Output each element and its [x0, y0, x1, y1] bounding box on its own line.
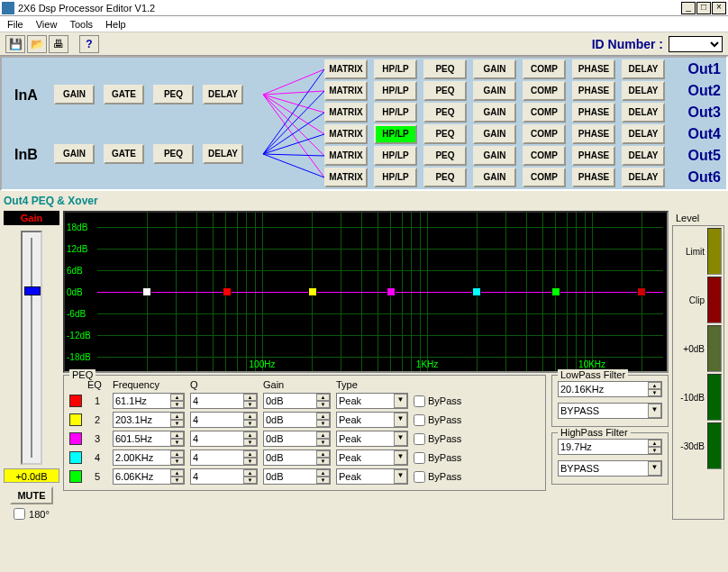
graph-node-lpf[interactable]	[637, 287, 646, 296]
spin-up-icon[interactable]: ▲	[243, 413, 257, 420]
hpf-freq-input[interactable]: ▲▼	[558, 439, 662, 455]
eq3-freq-input[interactable]: ▲▼	[113, 431, 185, 447]
spin-up-icon[interactable]: ▲	[316, 450, 330, 458]
out3-peq-button[interactable]: PEQ	[423, 103, 467, 123]
out6-delay-button[interactable]: DELAY	[622, 168, 665, 187]
out4-matrix-button[interactable]: MATRIX	[324, 124, 368, 144]
eq1-bypass-checkbox[interactable]: ByPass	[414, 395, 468, 407]
spin-up-icon[interactable]: ▲	[170, 413, 184, 420]
inB-gain-button[interactable]: GAIN	[54, 144, 95, 164]
eq5-gain-input[interactable]: ▲▼	[263, 468, 331, 485]
eq2-q-input[interactable]: ▲▼	[190, 412, 258, 428]
eq4-freq-input[interactable]: ▲▼	[113, 449, 185, 466]
out5-phase-button[interactable]: PHASE	[572, 146, 615, 166]
out2-comp-button[interactable]: COMP	[523, 81, 566, 101]
out6-matrix-button[interactable]: MATRIX	[324, 168, 368, 187]
eq2-bypass-checkbox[interactable]: ByPass	[414, 414, 468, 426]
spin-up-icon[interactable]: ▲	[316, 413, 330, 420]
out5-matrix-button[interactable]: MATRIX	[324, 146, 368, 166]
spin-up-icon[interactable]: ▲	[648, 440, 661, 447]
out4-phase-button[interactable]: PHASE	[572, 124, 615, 144]
out3-hplp-button[interactable]: HP/LP	[374, 103, 417, 123]
out5-comp-button[interactable]: COMP	[523, 146, 566, 166]
eq2-gain-input[interactable]: ▲▼	[263, 412, 331, 428]
eq5-q-input[interactable]: ▲▼	[190, 468, 258, 485]
eq3-bypass-checkbox[interactable]: ByPass	[414, 433, 468, 445]
spin-down-icon[interactable]: ▼	[316, 401, 330, 408]
chevron-down-icon[interactable]: ▼	[394, 394, 407, 408]
spin-up-icon[interactable]: ▲	[316, 394, 330, 401]
out2-hplp-button[interactable]: HP/LP	[374, 81, 417, 101]
spin-up-icon[interactable]: ▲	[243, 450, 257, 458]
spin-up-icon[interactable]: ▲	[243, 394, 257, 401]
chevron-down-icon[interactable]: ▼	[648, 404, 661, 418]
out2-phase-button[interactable]: PHASE	[572, 81, 615, 101]
hpf-type-select[interactable]: BYPASS▼	[558, 460, 662, 477]
inA-peq-button[interactable]: PEQ	[153, 85, 194, 104]
spin-up-icon[interactable]: ▲	[170, 394, 184, 401]
out6-peq-button[interactable]: PEQ	[423, 168, 467, 187]
out4-gain-button[interactable]: GAIN	[473, 124, 516, 144]
eq5-bypass-checkbox[interactable]: ByPass	[414, 471, 468, 483]
spin-up-icon[interactable]: ▲	[648, 382, 661, 389]
lpf-freq-input[interactable]: ▲▼	[558, 381, 662, 397]
open-button[interactable]: 📂	[27, 35, 47, 53]
out2-matrix-button[interactable]: MATRIX	[324, 81, 368, 101]
spin-down-icon[interactable]: ▼	[243, 420, 257, 427]
out6-comp-button[interactable]: COMP	[523, 168, 566, 187]
out3-phase-button[interactable]: PHASE	[572, 103, 615, 123]
out1-peq-button[interactable]: PEQ	[423, 59, 467, 79]
out5-gain-button[interactable]: GAIN	[473, 146, 516, 166]
out5-hplp-button[interactable]: HP/LP	[374, 146, 417, 166]
spin-down-icon[interactable]: ▼	[170, 420, 184, 427]
eq4-bypass-checkbox[interactable]: ByPass	[414, 452, 468, 464]
out4-delay-button[interactable]: DELAY	[622, 124, 665, 144]
out1-comp-button[interactable]: COMP	[523, 59, 566, 79]
eq2-type-select[interactable]: Peak▼	[336, 412, 408, 428]
menu-tools[interactable]: Tools	[69, 19, 93, 30]
graph-node-eq2[interactable]	[308, 287, 317, 296]
out1-matrix-button[interactable]: MATRIX	[324, 59, 368, 79]
out3-matrix-button[interactable]: MATRIX	[324, 103, 368, 123]
menu-help[interactable]: Help	[105, 19, 126, 30]
eq1-freq-input[interactable]: ▲▼	[113, 393, 185, 409]
phase-180-checkbox[interactable]: 180°	[14, 508, 50, 520]
spin-down-icon[interactable]: ▼	[170, 401, 184, 408]
eq1-type-select[interactable]: Peak▼	[336, 393, 408, 409]
spin-up-icon[interactable]: ▲	[170, 450, 184, 458]
eq3-q-input[interactable]: ▲▼	[190, 431, 258, 447]
spin-down-icon[interactable]: ▼	[170, 439, 184, 446]
out4-peq-button[interactable]: PEQ	[423, 124, 467, 144]
spin-down-icon[interactable]: ▼	[316, 420, 330, 427]
spin-up-icon[interactable]: ▲	[170, 469, 184, 477]
spin-down-icon[interactable]: ▼	[648, 389, 661, 396]
chevron-down-icon[interactable]: ▼	[394, 413, 407, 427]
chevron-down-icon[interactable]: ▼	[394, 469, 407, 484]
out6-phase-button[interactable]: PHASE	[572, 168, 615, 187]
out1-hplp-button[interactable]: HP/LP	[374, 59, 417, 79]
chevron-down-icon[interactable]: ▼	[648, 461, 661, 476]
spin-down-icon[interactable]: ▼	[648, 447, 661, 454]
help-button[interactable]: ?	[79, 35, 99, 53]
out3-comp-button[interactable]: COMP	[523, 103, 566, 123]
graph-node-eq5[interactable]	[551, 287, 560, 296]
out4-hplp-button[interactable]: HP/LP	[374, 124, 417, 144]
spin-down-icon[interactable]: ▼	[243, 458, 257, 465]
inB-gate-button[interactable]: GATE	[104, 144, 144, 164]
out5-delay-button[interactable]: DELAY	[622, 146, 665, 166]
spin-up-icon[interactable]: ▲	[316, 469, 330, 477]
out1-delay-button[interactable]: DELAY	[622, 59, 665, 79]
eq-graph[interactable]: 18dB12dB6dB0dB-6dB-12dB-18dB100Hz1KHz10K…	[63, 211, 669, 373]
inB-delay-button[interactable]: DELAY	[203, 144, 243, 164]
menu-view[interactable]: View	[36, 19, 58, 30]
graph-node-eq3[interactable]	[387, 287, 396, 296]
id-number-select[interactable]	[669, 36, 723, 52]
eq5-type-select[interactable]: Peak▼	[336, 468, 408, 485]
eq1-q-input[interactable]: ▲▼	[190, 393, 258, 409]
out6-gain-button[interactable]: GAIN	[473, 168, 516, 187]
out1-phase-button[interactable]: PHASE	[572, 59, 615, 79]
close-button[interactable]: ×	[712, 2, 726, 14]
graph-node-eq1[interactable]	[223, 287, 232, 296]
inB-peq-button[interactable]: PEQ	[153, 144, 194, 164]
gain-slider-thumb[interactable]	[24, 286, 41, 295]
